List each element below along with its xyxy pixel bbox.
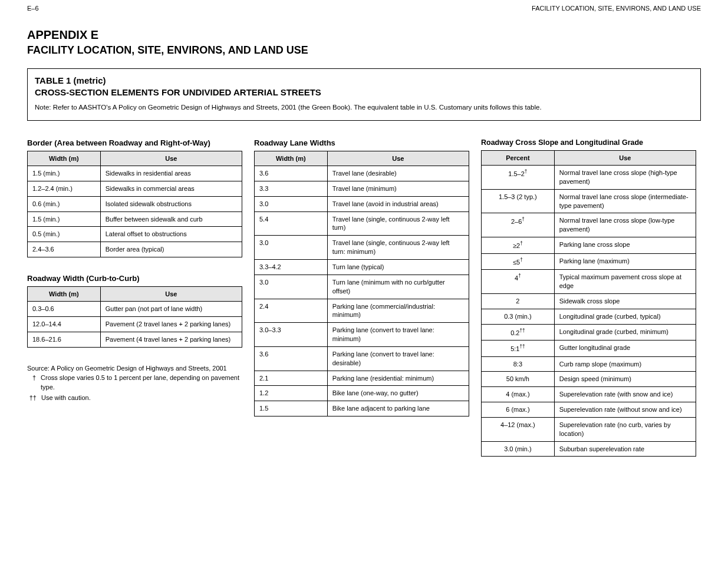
- table-row: 50 km/hDesign speed (minimum): [482, 372, 696, 387]
- section-title-lane-widths: Roadway Lane Widths: [254, 138, 469, 147]
- cell-width: 2.4: [255, 299, 328, 323]
- cell-width: 2.4–3.6: [28, 242, 101, 257]
- cell-use: Travel lane (single, continuous 2-way le…: [327, 211, 469, 236]
- table-head-row: Width (m) Use: [28, 151, 242, 166]
- footnotes: Source: A Policy on Geometric Design of …: [27, 364, 242, 403]
- cell-width: 2.1: [255, 371, 328, 386]
- cell-width: 2–6†: [482, 213, 555, 237]
- cell-use: Superelevation rate (without snow and ic…: [554, 402, 696, 418]
- table-row: 3.6Travel lane (desirable): [255, 166, 469, 181]
- section-title-cross-slope: Roadway Cross Slope and Longitudinal Gra…: [481, 138, 696, 147]
- cell-use: Sidewalk cross slope: [554, 293, 696, 309]
- cell-use: Pavement (2 travel lanes + 2 parking lan…: [100, 317, 242, 332]
- cell-width: 2: [482, 293, 555, 309]
- table-row: 3.0Turn lane (minimum with no curb/gutte…: [255, 275, 469, 299]
- table-row: 0.6 (min.)Isolated sidewalk obstructions: [28, 196, 242, 211]
- cell-width: 0.3 (min.): [482, 309, 555, 324]
- page-content: APPENDIX E FACILITY LOCATION, SITE, ENVI…: [0, 28, 728, 497]
- table-row: 2.4–3.6Border area (typical): [28, 242, 242, 257]
- tbody: 3.6Travel lane (desirable)3.3Travel lane…: [255, 166, 469, 416]
- section-title-border: Border (Area between Roadway and Right-o…: [27, 138, 242, 147]
- cell-width: 4–12 (max.): [482, 417, 555, 441]
- cell-use: Superelevation rate (no curb, varies by …: [554, 417, 696, 441]
- cell-width: 1.5–3 (2 typ.): [482, 189, 555, 213]
- cell-width: 0.6 (min.): [28, 196, 101, 211]
- table-row: 6 (max.)Superelevation rate (without sno…: [482, 402, 696, 418]
- cell-width: 50 km/h: [482, 372, 555, 387]
- table-row: 1.5 (min.)Buffer between sidewalk and cu…: [28, 211, 242, 227]
- column-1: Border (Area between Roadway and Right-o…: [27, 138, 242, 404]
- cell-use: Bike lane (one-way, no gutter): [327, 386, 469, 401]
- footnote-source: Source: A Policy on Geometric Design of …: [27, 364, 242, 373]
- table-number: TABLE 1 (metric): [35, 75, 693, 87]
- cell-use: Superelevation rate (with snow and ice): [554, 387, 696, 402]
- table-note: Note: Refer to AASHTO's A Policy on Geom…: [35, 103, 693, 112]
- cell-width: 3.0–3.3: [255, 323, 328, 347]
- cell-use: Turn lane (typical): [327, 260, 469, 275]
- cell-width: 1.2: [255, 386, 328, 401]
- cell-use: Sidewalks in commercial areas: [100, 181, 242, 196]
- table-row: 3.6Parking lane (convert to travel lane:…: [255, 346, 469, 371]
- footnote-1: † Cross slope varies 0.5 to 1 percent pe…: [27, 373, 242, 392]
- cell-use: Typical maximum pavement cross slope at …: [554, 270, 696, 294]
- table-row: 12.0–14.4Pavement (2 travel lanes + 2 pa…: [28, 317, 242, 332]
- footnote-2-text: Use with caution.: [41, 394, 91, 403]
- cell-width: 3.3–4.2: [255, 260, 328, 275]
- cell-use: Longitudinal grade (curbed, minimum): [554, 324, 696, 340]
- cell-use: Parking lane (convert to travel lane: mi…: [327, 323, 469, 347]
- cell-use: Isolated sidewalk obstructions: [100, 196, 242, 211]
- table-row: 0.2††Longitudinal grade (curbed, minimum…: [482, 324, 696, 340]
- column-3: Roadway Cross Slope and Longitudinal Gra…: [481, 138, 696, 473]
- columns-container: Border (Area between Roadway and Right-o…: [27, 138, 701, 473]
- cell-width: 1.5–2†: [482, 166, 555, 190]
- th-use: Use: [327, 151, 469, 166]
- page-header-bar: E–6 FACILITY LOCATION, SITE, ENVIRONS, A…: [0, 0, 728, 12]
- cell-width: 18.6–21.6: [28, 332, 101, 347]
- cell-use: Normal travel lane cross slope (low-type…: [554, 213, 696, 237]
- th-width: Width (m): [255, 151, 328, 166]
- table-row: 3.0–3.3Parking lane (convert to travel l…: [255, 323, 469, 347]
- cell-use: Curb ramp slope (maximum): [554, 356, 696, 372]
- cell-use: Parking lane (commercial/industrial: min…: [327, 299, 469, 323]
- cell-width: 3.0 (min.): [482, 441, 555, 457]
- tbody: 1.5–2†Normal travel lane cross slope (hi…: [482, 166, 696, 457]
- table-row: 4†Typical maximum pavement cross slope a…: [482, 270, 696, 294]
- cell-width: 3.6: [255, 166, 328, 181]
- cell-width: 4 (max.): [482, 387, 555, 402]
- table-row: 2–6†Normal travel lane cross slope (low-…: [482, 213, 696, 237]
- cell-use: Parking lane (maximum): [554, 253, 696, 270]
- table-row: 18.6–21.6Pavement (4 travel lanes + 2 pa…: [28, 332, 242, 347]
- cell-width: 6 (max.): [482, 402, 555, 418]
- cell-width: 1.5 (min.): [28, 166, 101, 181]
- cell-width: 3.0: [255, 236, 328, 260]
- table-title-box: TABLE 1 (metric) CROSS-SECTION ELEMENTS …: [27, 68, 701, 121]
- table-row: ≥2†Parking lane cross slope: [482, 237, 696, 254]
- footnote-2-mark: ††: [27, 394, 37, 403]
- table-row: ≤5†Parking lane (maximum): [482, 253, 696, 270]
- table-row: 4 (max.)Superelevation rate (with snow a…: [482, 387, 696, 402]
- cell-use: Normal travel lane cross slope (intermed…: [554, 189, 696, 213]
- cell-use: Travel lane (single, continuous 2-way le…: [327, 236, 469, 260]
- cell-use: Bike lane adjacent to parking lane: [327, 401, 469, 416]
- table-row: 8:3Curb ramp slope (maximum): [482, 356, 696, 372]
- table-lane-widths: Width (m) Use 3.6Travel lane (desirable)…: [254, 151, 469, 416]
- table-row: 1.5–2†Normal travel lane cross slope (hi…: [482, 166, 696, 190]
- cell-use: Normal travel lane cross slope (high-typ…: [554, 166, 696, 190]
- table-row: 2.1Parking lane (residential: minimum): [255, 371, 469, 386]
- cell-use: Lateral offset to obstructions: [100, 227, 242, 242]
- cell-width: 0.5 (min.): [28, 227, 101, 242]
- table-roadway-width: Width (m) Use 0.3–0.6Gutter pan (not par…: [27, 286, 242, 348]
- cell-width: 5:1††: [482, 340, 555, 357]
- table-row: 1.2Bike lane (one-way, no gutter): [255, 386, 469, 401]
- table-title: CROSS-SECTION ELEMENTS FOR UNDIVIDED ART…: [35, 87, 693, 98]
- footnote-1-mark: †: [27, 373, 36, 392]
- th-use: Use: [100, 151, 242, 166]
- table-row: 3.0 (min.)Suburban superelevation rate: [482, 441, 696, 457]
- cell-width: 0.3–0.6: [28, 302, 101, 317]
- cell-use: Gutter longitudinal grade: [554, 340, 696, 357]
- table-row: 3.0Travel lane (avoid in industrial area…: [255, 196, 469, 211]
- cell-width: 12.0–14.4: [28, 317, 101, 332]
- footnote-2: †† Use with caution.: [27, 394, 242, 403]
- appendix-heading: APPENDIX E: [27, 28, 701, 42]
- cell-width: 3.0: [255, 196, 328, 211]
